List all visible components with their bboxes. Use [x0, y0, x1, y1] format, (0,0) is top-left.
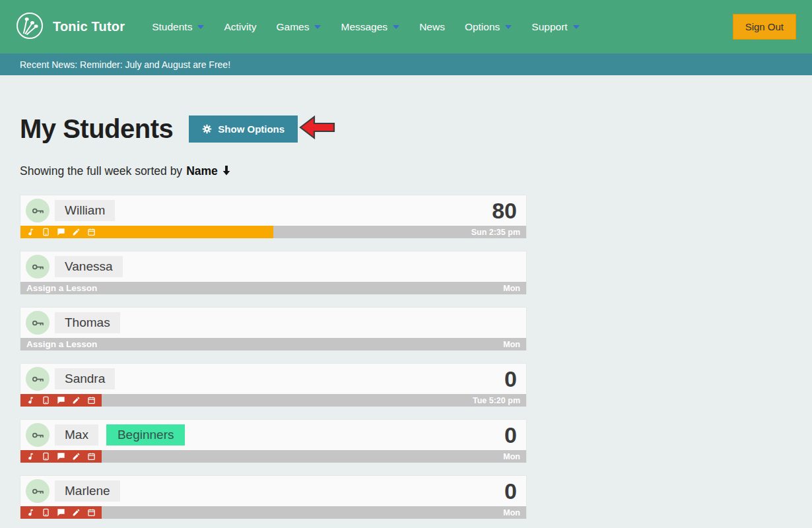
tablet-icon[interactable] — [42, 508, 50, 517]
nav-item-options[interactable]: Options — [455, 0, 522, 53]
student-list: William 80 — [20, 195, 527, 519]
comment-icon[interactable] — [57, 228, 65, 236]
activity-bar-track: Sun 2:35 pm — [273, 226, 526, 238]
gear-icon — [202, 124, 212, 134]
pencil-icon[interactable] — [72, 452, 81, 461]
nav-item-activity[interactable]: Activity — [214, 0, 266, 53]
activity-bar: Mon — [20, 506, 526, 519]
page-title: My Students — [20, 114, 173, 144]
pencil-icon[interactable] — [72, 508, 81, 517]
music-note-icon[interactable] — [26, 396, 35, 405]
nav-item-label: Activity — [224, 21, 256, 33]
nav-item-label: Games — [277, 21, 310, 33]
student-name[interactable]: Max — [55, 424, 98, 446]
app-header: Tonic Tutor Students Activity Games Mess… — [0, 0, 812, 53]
student-name[interactable]: Thomas — [55, 312, 120, 333]
caret-down-icon — [573, 25, 580, 29]
arrow-left-icon — [298, 114, 336, 144]
caret-down-icon — [197, 25, 204, 29]
nav-item-label: Students — [152, 21, 192, 33]
student-row: Max Beginners 0 — [20, 419, 527, 463]
student-row-top: Marlene 0 — [20, 476, 526, 506]
comment-icon[interactable] — [57, 396, 65, 405]
key-icon — [26, 479, 50, 503]
key-icon — [26, 367, 50, 391]
music-note-icon[interactable] — [26, 228, 35, 236]
main-nav: Students Activity Games Messages News Op… — [142, 0, 589, 53]
student-name[interactable]: Sandra — [55, 368, 115, 389]
student-name[interactable]: Marlene — [55, 480, 120, 502]
last-activity-time: Tue 5:20 pm — [473, 396, 520, 405]
tablet-icon[interactable] — [42, 228, 50, 236]
nav-item-label: Messages — [341, 21, 388, 33]
student-name[interactable]: William — [55, 200, 115, 221]
nav-item-games[interactable]: Games — [267, 0, 331, 53]
assign-lesson-link[interactable]: Assign a Lesson — [26, 339, 97, 349]
show-options-button[interactable]: Show Options — [189, 116, 298, 143]
activity-bar-track: Tue 5:20 pm — [102, 394, 526, 407]
show-options-label: Show Options — [218, 123, 285, 135]
student-row: William 80 — [20, 195, 527, 238]
activity-bar-track: Assign a Lesson Mon — [20, 338, 526, 350]
key-icon — [26, 423, 50, 447]
nav-item-label: Options — [465, 21, 500, 33]
key-icon — [26, 255, 50, 279]
caret-down-icon — [505, 25, 512, 29]
group-badge: Beginners — [106, 424, 186, 446]
activity-bar-track: Mon — [102, 450, 526, 463]
student-row-top: Sandra 0 — [20, 364, 526, 394]
pencil-icon[interactable] — [72, 228, 81, 236]
last-activity-time: Mon — [503, 284, 520, 293]
sign-out-button[interactable]: Sign Out — [733, 14, 796, 40]
progress-bar-segment — [20, 394, 102, 407]
last-activity-time: Mon — [503, 508, 520, 517]
brand-title[interactable]: Tonic Tutor — [53, 19, 125, 34]
student-row-top: William 80 — [20, 195, 526, 226]
student-name[interactable]: Vanessa — [55, 256, 123, 277]
activity-bar: Assign a Lesson Mon — [20, 338, 526, 350]
nav-item-label: News — [419, 21, 445, 33]
tablet-icon[interactable] — [42, 396, 50, 405]
comment-icon[interactable] — [57, 452, 65, 461]
list-subtitle: Showing the full week sorted by Name — [20, 164, 792, 179]
activity-bar-track: Assign a Lesson Mon — [20, 282, 526, 294]
activity-bar-track: Mon — [102, 506, 526, 519]
student-row-top: Thomas — [20, 308, 526, 338]
calendar-icon[interactable] — [87, 396, 96, 405]
progress-bar-segment — [20, 450, 102, 463]
arrow-down-icon — [222, 165, 231, 179]
last-activity-time: Mon — [503, 452, 520, 461]
student-row: Vanessa Assign a Lesson Mon — [20, 251, 527, 294]
assign-lesson-link[interactable]: Assign a Lesson — [26, 283, 97, 293]
music-note-icon[interactable] — [26, 508, 35, 517]
last-activity-time: Mon — [503, 340, 520, 349]
news-banner: Recent News: Reminder: July and August a… — [0, 53, 812, 75]
pencil-icon[interactable] — [72, 396, 81, 405]
comment-icon[interactable] — [57, 508, 65, 517]
calendar-icon[interactable] — [87, 508, 96, 517]
key-icon — [26, 199, 50, 222]
student-row-top: Vanessa — [20, 251, 526, 282]
nav-item-support[interactable]: Support — [522, 0, 589, 53]
tablet-icon[interactable] — [42, 452, 50, 461]
main-content: My Students Show Options — [0, 114, 812, 519]
subtitle-text: Showing the full week sorted by — [20, 164, 182, 178]
nav-item-messages[interactable]: Messages — [331, 0, 409, 53]
calendar-icon[interactable] — [87, 452, 96, 461]
progress-bar-segment — [20, 506, 102, 519]
title-row: My Students Show Options — [20, 114, 792, 144]
nav-item-news[interactable]: News — [409, 0, 455, 53]
caret-down-icon — [393, 25, 399, 29]
activity-bar: Sun 2:35 pm — [20, 226, 526, 238]
music-note-icon[interactable] — [26, 452, 35, 461]
nav-item-students[interactable]: Students — [142, 0, 214, 53]
calendar-icon[interactable] — [87, 228, 96, 236]
activity-bar: Tue 5:20 pm — [20, 394, 526, 407]
score-value: 0 — [504, 422, 517, 448]
tonic-tutor-notes-logo[interactable] — [16, 12, 53, 42]
news-banner-text: Recent News: Reminder: July and August a… — [20, 59, 230, 70]
activity-bar: Assign a Lesson Mon — [20, 282, 526, 294]
student-row: Thomas Assign a Lesson Mon — [20, 307, 527, 350]
sort-field-label[interactable]: Name — [186, 164, 218, 178]
score-value: 0 — [504, 366, 517, 392]
